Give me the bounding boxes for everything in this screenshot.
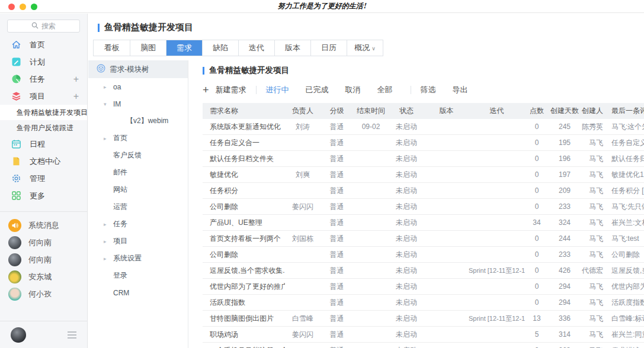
tree-item-【v2】webim[interactable]: 【v2】webim [88,112,188,130]
tree-item-label: 任务 [113,219,127,229]
cell-name: 公司删除 [203,250,285,260]
table-row[interactable]: 优世内部为了更好的推广...普通未启动0294马飞优世内部为了更好的 [203,279,644,295]
tab-版本[interactable]: 版本 [274,40,310,56]
tree-item-登录[interactable]: 登录 [88,267,188,284]
table-row[interactable]: 产品UI、UE整理普通未启动34324马飞崔兴兰:文档中心 [203,215,644,231]
tree-item-运营[interactable]: 运营 [88,198,188,215]
tree-item-oa[interactable]: ▸oa [88,78,188,95]
tab-需求[interactable]: 需求 [166,40,202,56]
filter-进行中[interactable]: 进行中 [266,85,289,95]
section-accent-bar [203,67,204,75]
cell-status: 未启动 [389,298,424,308]
table-row[interactable]: 敏捷优化刘爽普通未启动0197马飞敏捷优化1最后一条 [203,167,644,183]
contact-item[interactable]: 系统消息 [0,217,87,234]
minimize-window-icon[interactable] [20,4,26,10]
sidebar-item-label: 管理 [30,173,45,184]
filter-全部[interactable]: 全部 [377,85,393,95]
arrow-right-icon[interactable]: ▸ [104,84,110,90]
cell-status: 未启动 [389,138,424,148]
sidebar-item-项目[interactable]: 项目+ [0,88,87,105]
close-window-icon[interactable] [8,4,15,10]
tab-缺陷[interactable]: 缺陷 [202,40,238,56]
arrow-right-icon[interactable]: ▸ [104,136,110,141]
cell-name: 活跃度指数 [203,298,285,308]
sidebar-item-更多[interactable]: 更多 [0,187,87,204]
arrow-right-icon[interactable]: ▸ [104,221,110,227]
tree-item-CRM[interactable]: CRM [88,284,188,301]
table-row[interactable]: 首页支持看板一列两个刘国栋普通未启动0244马飞马飞:test [203,231,644,247]
titlebar: 努力工作是为了更好的生活! [0,0,644,13]
add-icon[interactable]: + [73,92,79,101]
column-header-name: 需求名称 [203,106,285,116]
cell-days: 195 [549,138,581,147]
tree-item-任务[interactable]: ▸任务 [88,215,188,233]
add-icon[interactable]: + [73,75,79,84]
tree-item-IM[interactable]: ▾IM [88,95,188,112]
table-row[interactable]: 活跃度指数普通未启动0294马飞活跃度指数 客户 [203,295,644,311]
cell-iteration: Sprint [12-11至12-17] [469,266,525,275]
sidebar-item-计划[interactable]: 计划 [0,53,87,70]
table-row[interactable]: 甘特图脑图倒出图片白雪峰普通未启动Sprint [12-11至12-17]133… [203,311,644,327]
sidebar-project-item[interactable]: 鱼骨精益敏捷开发项目 [0,105,87,120]
tree-item-邮件[interactable]: 邮件 [88,164,188,181]
cell-creator: 马飞 [581,314,603,324]
filter-取消[interactable]: 取消 [345,85,361,95]
sidebar-item-文档中心[interactable]: 文档中心 [0,153,87,170]
contact-item[interactable]: 何小孜 [0,285,87,302]
arrow-right-icon[interactable]: ▸ [104,239,110,244]
menu-icon[interactable] [68,331,76,339]
tree-header[interactable]: 需求-模块树 [88,60,188,78]
table-row[interactable]: 一个手机号只能注册一个...普通未启动0263马飞需求描述 [203,343,644,348]
arrow-right-icon[interactable]: ▸ [104,256,110,262]
tree-item-客户反馈[interactable]: 客户反馈 [88,147,188,164]
filter-已完成[interactable]: 已完成 [306,85,329,95]
contact-item[interactable]: 何向南 [0,234,87,251]
tab-迭代[interactable]: 迭代 [238,40,274,56]
add-requirement-icon[interactable]: + [203,85,209,95]
action-导出[interactable]: 导出 [453,85,468,95]
cell-last: 逗屋反馈,当个需求 [603,266,644,276]
tree-item-系统设置[interactable]: ▸系统设置 [88,250,188,267]
action-筛选[interactable]: 筛选 [421,85,436,95]
table-row[interactable]: 职场鸡汤姜闪闪普通未启动5314马飞崔兴兰:同意任务 [203,327,644,343]
table-row[interactable]: 逗屋反馈,当个需求收集...普通未启动Sprint [12-11至12-17]0… [203,263,644,279]
tree-item-label: 运营 [113,202,127,212]
search-input[interactable]: 搜索 [7,20,80,33]
zoom-window-icon[interactable] [31,4,37,10]
cell-name: 优世内部为了更好的推广... [203,282,285,292]
sidebar-item-首页[interactable]: 首页 [0,36,87,53]
table-row[interactable]: 任务积分普通未启动0209马飞任务积分 [图片] [203,183,644,199]
tab-日历[interactable]: 日历 [310,40,347,56]
new-requirement-button[interactable]: 新建需求 [216,85,246,95]
contact-item[interactable]: 何向南 [0,251,87,268]
table-row[interactable]: 公司删除普通未启动0233马飞公司删除 [203,247,644,263]
tree-item-首页[interactable]: ▸首页 [88,130,188,147]
arrow-down-icon[interactable]: ▾ [104,101,110,107]
cell-status: 未启动 [389,282,424,292]
sidebar-item-日程[interactable]: 日程 [0,136,87,153]
cell-level: 普通 [321,330,353,340]
table-row[interactable]: 默认任务归档文件夹普通未启动0196马飞默认任务归档文件 [203,151,644,167]
tab-看板[interactable]: 看板 [94,40,130,56]
table-row[interactable]: 公司删除姜闪闪普通未启动0233马飞马飞:先只做注销 [203,199,644,215]
cell-points: 0 [525,138,549,147]
status-filters: 进行中已完成取消全部 [266,85,409,95]
tree-item-label: 首页 [113,133,127,143]
tab-概况[interactable]: 概况∨ [347,40,383,56]
contact-item[interactable]: 安东城 [0,268,87,285]
sidebar-item-管理[interactable]: 管理 [0,170,87,187]
sidebar-item-任务[interactable]: 任务+ [0,70,87,88]
toolbar: + 新建需求 进行中已完成取消全部 筛选导出 [203,85,644,95]
tab-脑图[interactable]: 脑图 [130,40,166,56]
current-user-avatar[interactable] [11,327,26,343]
cell-name: 产品UI、UE整理 [203,218,285,228]
table-body: 系统版本更新通知优化刘涛普通09-02未启动0245陈秀英马飞:这个先不改任务自… [203,119,644,348]
cell-last: 公司删除 [603,250,644,260]
sidebar-item-label: 计划 [30,57,45,67]
tree-item-项目[interactable]: ▸项目 [88,233,188,250]
table-row[interactable]: 系统版本更新通知优化刘涛普通09-02未启动0245陈秀英马飞:这个先不改 [203,119,644,135]
tree-item-网站[interactable]: 网站 [88,181,188,198]
table-row[interactable]: 任务自定义合一普通未启动0195马飞任务自定义合一 [203,135,644,151]
sidebar-project-item[interactable]: 鱼骨用户反馈跟进 [0,120,87,136]
cell-creator: 马飞 [581,154,603,164]
